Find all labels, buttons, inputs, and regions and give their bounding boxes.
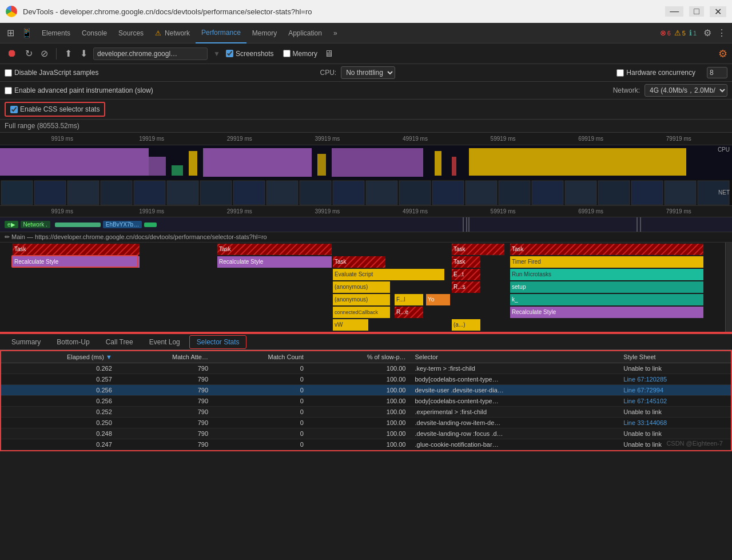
tab-sources[interactable]: Sources [113, 23, 149, 43]
hardware-concurrency-label[interactable]: Hardware concurrency [616, 69, 695, 77]
ruler-mark-6: 69919 ms [578, 136, 603, 142]
disable-js-label[interactable]: Disable JavaScript samples [5, 69, 98, 77]
table-cell-sheet[interactable]: Line 67:120285 [619, 374, 731, 385]
reload-record-button[interactable]: ↻ [23, 47, 35, 60]
perf-settings-button[interactable]: ⚙ [718, 47, 727, 60]
svg-rect-7 [435, 151, 441, 176]
tab-performance[interactable]: Performance [196, 23, 246, 43]
table-row[interactable]: 0.250 790 0 100.00 .devsite-landing-row-… [1, 418, 731, 428]
table-cell-selector: .devsite-landing-row-item-de… [411, 418, 619, 428]
close-button[interactable]: ✕ [710, 6, 726, 17]
table-cell-elapsed: 0.256 [1, 396, 117, 407]
flame-scrollbar[interactable] [725, 243, 732, 332]
ruler-mark-5: 59919 ms [491, 136, 516, 142]
table-row[interactable]: 0.247 790 0 100.00 .glue-cookie-notifica… [1, 439, 731, 450]
screenshot-strip: NET [0, 180, 732, 206]
th-match-count[interactable]: Match Count [213, 351, 308, 363]
memory-info-icon[interactable]: 🖥 [324, 49, 333, 59]
url-input[interactable] [93, 47, 208, 60]
table-cell-sheet[interactable]: Line 67:72994 [619, 385, 731, 396]
table-row[interactable]: 0.257 790 0 100.00 body[codelabs-content… [1, 374, 731, 385]
tab-network[interactable]: Network [149, 23, 196, 43]
tab-more[interactable]: » [328, 23, 343, 43]
css-selector-checkbox[interactable] [10, 106, 18, 113]
flame-chart[interactable]: Task Task Task Task Recalculate Style Re… [0, 243, 732, 333]
download-button[interactable]: ⬇ [78, 47, 90, 60]
tab-summary[interactable]: Summary [5, 336, 47, 348]
svg-text:R...e: R...e [396, 309, 409, 315]
svg-rect-26 [532, 181, 563, 205]
table-row[interactable]: 0.256 790 0 100.00 body[codelabs-content… [1, 396, 731, 407]
table-cell-match-count: 0 [213, 385, 308, 396]
hardware-value-input[interactable] [707, 67, 727, 78]
svg-text:Recalculate Style: Recalculate Style [14, 259, 59, 265]
css-selector-checkbox-label[interactable]: Enable CSS selector stats [5, 102, 105, 117]
devtools-tab-bar: ⊞ 📱 Elements Console Sources Network Per… [0, 23, 732, 43]
svg-rect-25 [499, 181, 530, 205]
ruler-mark-7: 79919 ms [666, 136, 691, 142]
settings-icon[interactable]: ⚙ [700, 27, 715, 38]
th-elapsed[interactable]: Elapsed (ms) ▼ [1, 351, 117, 363]
table-row[interactable]: 0.262 790 0 100.00 .key-term > :first-ch… [1, 363, 731, 374]
memory-checkbox[interactable] [283, 50, 291, 57]
more-icon[interactable]: ⋮ [715, 27, 729, 38]
svg-rect-0 [0, 148, 149, 176]
ruler-mark-4: 49919 ms [403, 136, 428, 142]
svg-text:connectedCallback: connectedCallback [335, 309, 379, 315]
cpu-throttle-select[interactable]: No throttling [341, 66, 395, 79]
table-cell-match-attempts: 790 [117, 363, 213, 374]
screenshots-checkbox-label[interactable]: Screenshots [226, 50, 274, 58]
tab-event-log[interactable]: Event Log [142, 336, 187, 348]
tab-selector-stats[interactable]: Selector Stats [189, 335, 247, 349]
tab-console[interactable]: Console [76, 23, 113, 43]
css-selector-label: Enable CSS selector stats [20, 105, 100, 113]
svg-text:Yo: Yo [428, 296, 435, 303]
screenshots-checkbox[interactable] [226, 50, 233, 57]
advanced-paint-label[interactable]: Enable advanced paint instrumentation (s… [5, 86, 153, 94]
ruler2-mark-3: 39919 ms [315, 208, 340, 215]
network-throttle-select[interactable]: 4G (4.0Mb/s，2.0Mb/ [645, 84, 727, 97]
record-button[interactable]: ⏺ [5, 46, 19, 61]
tab-bottom-up[interactable]: Bottom-Up [50, 336, 96, 348]
table-cell-match-attempts: 790 [117, 418, 213, 428]
device-mode-icon[interactable]: 📱 [18, 27, 36, 38]
selector-stats-table: Elapsed (ms) ▼ Match Atte… Match Count %… [1, 351, 731, 450]
memory-checkbox-label[interactable]: Memory [283, 50, 317, 58]
table-cell-sheet[interactable]: Line 33:144068 [619, 418, 731, 428]
table-row[interactable]: 0.256 790 0 100.00 devsite-user .devsite… [1, 385, 731, 396]
table-cell-pct: 100.00 [308, 439, 411, 450]
selector-stats-container[interactable]: Elapsed (ms) ▼ Match Atte… Match Count %… [0, 350, 732, 451]
upload-button[interactable]: ⬆ [62, 47, 74, 60]
advanced-paint-text: Enable advanced paint instrumentation (s… [14, 86, 153, 94]
table-row[interactable]: 0.248 790 0 100.00 .devsite-landing-row … [1, 428, 731, 439]
tab-call-tree[interactable]: Call Tree [99, 336, 140, 348]
th-stylesheet[interactable]: Style Sheet [619, 351, 731, 363]
svg-rect-11 [34, 181, 66, 205]
th-selector[interactable]: Selector [411, 351, 619, 363]
table-cell-match-count: 0 [213, 374, 308, 385]
svg-text:Run Microtasks: Run Microtasks [512, 271, 551, 277]
tab-elements[interactable]: Elements [36, 23, 76, 43]
svg-rect-22 [399, 181, 431, 205]
th-match-attempts[interactable]: Match Atte… [117, 351, 213, 363]
svg-rect-70 [510, 294, 703, 305]
th-pct-slow[interactable]: % of slow-p… [308, 351, 411, 363]
maximize-button[interactable]: □ [689, 6, 704, 17]
tab-memory[interactable]: Memory [246, 23, 283, 43]
table-row[interactable]: 0.252 790 0 100.00 .experimental > :firs… [1, 407, 731, 418]
network-section: Network: 4G (4.0Mb/s，2.0Mb/ [613, 84, 727, 97]
table-cell-selector: devsite-user .devsite-user-dia… [411, 385, 619, 396]
tab-application[interactable]: Application [283, 23, 328, 43]
svg-rect-17 [233, 181, 265, 205]
minimize-button[interactable]: — [665, 6, 683, 17]
table-cell-match-count: 0 [213, 439, 308, 450]
advanced-paint-checkbox[interactable] [5, 87, 12, 94]
hardware-checkbox[interactable] [616, 69, 624, 77]
hardware-label: Hardware concurrency [626, 69, 695, 77]
table-cell-sheet[interactable]: Line 67:145102 [619, 396, 731, 407]
inspector-icon[interactable]: ⊞ [3, 27, 18, 38]
disable-js-checkbox[interactable] [5, 69, 12, 77]
clear-button[interactable]: ⊘ [38, 47, 50, 60]
svg-rect-13 [101, 181, 132, 205]
address-bar: ⏺ ↻ ⊘ ⬆ ⬇ ▼ Screenshots Memory 🖥 ⚙ [0, 43, 732, 64]
